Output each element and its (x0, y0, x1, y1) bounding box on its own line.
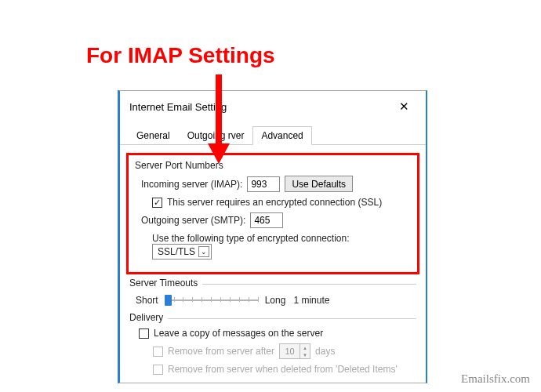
remove-after-unit: days (315, 346, 335, 357)
slider-thumb-icon (165, 295, 172, 306)
timeouts-row: Short Long 1 minute (136, 293, 416, 307)
chevron-down-icon: ⌄ (198, 246, 209, 257)
remove-after-value: 10 (280, 347, 300, 356)
outgoing-port-input[interactable] (250, 212, 283, 228)
remove-deleted-checkbox (153, 365, 163, 375)
incoming-port-input[interactable] (247, 176, 280, 192)
spinner-up-icon: ▲ (300, 344, 310, 351)
encryption-value: SSL/TLS (158, 246, 195, 257)
remove-deleted-row: Remove from server when deleted from 'De… (153, 364, 416, 375)
encryption-label: Use the following type of encrypted conn… (152, 233, 349, 244)
timeout-short-label: Short (136, 295, 158, 306)
remove-after-checkbox (153, 347, 163, 357)
timeout-long-label: Long (265, 295, 286, 306)
remove-deleted-label: Remove from server when deleted from 'De… (168, 364, 398, 375)
encryption-row: Use the following type of encrypted conn… (152, 233, 411, 260)
group-timeouts-label: Server Timeouts (129, 278, 198, 289)
spinner-down-icon: ▼ (300, 351, 310, 358)
annotation-title: For IMAP Settings (86, 43, 275, 68)
settings-dialog: Internet Email Setting ✕ General Outgoin… (118, 90, 427, 383)
timeout-slider[interactable] (165, 293, 259, 307)
dialog-body: Server Port Numbers Incoming server (IMA… (120, 145, 426, 383)
remove-after-label: Remove from server after (168, 346, 274, 357)
incoming-row: Incoming server (IMAP): Use Defaults (141, 176, 411, 192)
remove-after-row: Remove from server after 10 ▲▼ days (153, 343, 416, 359)
group-delivery: Delivery (129, 312, 416, 323)
outgoing-row: Outgoing server (SMTP): (141, 212, 411, 228)
close-button[interactable]: ✕ (391, 97, 416, 116)
timeout-value: 1 minute (293, 295, 329, 306)
leave-copy-row: Leave a copy of messages on the server (139, 328, 416, 339)
svg-marker-1 (208, 143, 230, 164)
leave-copy-label: Leave a copy of messages on the server (154, 328, 323, 339)
leave-copy-checkbox[interactable] (139, 328, 149, 339)
incoming-label: Incoming server (IMAP): (141, 179, 242, 190)
titlebar: Internet Email Setting ✕ (120, 91, 426, 122)
outgoing-label: Outgoing server (SMTP): (141, 215, 245, 226)
tab-advanced[interactable]: Advanced (252, 126, 311, 145)
ssl-label: This server requires an encrypted connec… (167, 197, 382, 208)
use-defaults-button[interactable]: Use Defaults (285, 176, 353, 192)
group-server-ports-label: Server Port Numbers (135, 160, 411, 171)
encryption-select[interactable]: SSL/TLS ⌄ (152, 244, 212, 260)
ssl-checkbox[interactable]: ✓ (152, 198, 162, 208)
close-icon: ✕ (399, 100, 409, 114)
tab-bar: General Outgoing rver Advanced (120, 125, 426, 145)
watermark: Emailsfix.com (461, 372, 530, 386)
group-delivery-label: Delivery (129, 312, 163, 323)
ssl-row: ✓ This server requires an encrypted conn… (152, 197, 411, 208)
remove-after-spinner: 10 ▲▼ (279, 343, 310, 359)
tab-general[interactable]: General (128, 126, 179, 145)
annotation-arrow (208, 74, 239, 169)
group-timeouts: Server Timeouts (129, 278, 416, 289)
highlight-region: Server Port Numbers Incoming server (IMA… (126, 153, 419, 274)
